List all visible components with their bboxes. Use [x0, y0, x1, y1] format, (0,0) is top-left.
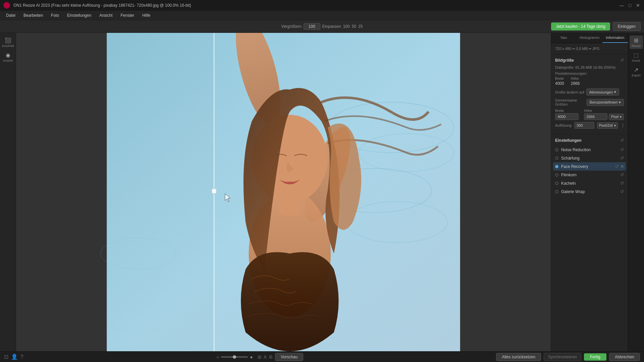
- galerie-wrap-reset[interactable]: ↺: [620, 189, 624, 194]
- breite-input-field[interactable]: [555, 113, 579, 120]
- filmkorn-reset[interactable]: ↺: [620, 172, 624, 177]
- bildgroesse-reset-button[interactable]: ↺: [620, 58, 624, 63]
- breite-input-label: Breite: [555, 109, 581, 113]
- gemeinsame-groessen-value: Benutzerdefiniert: [590, 100, 618, 104]
- setting-galerie-wrap[interactable]: Galerie Wrap ↺: [555, 187, 624, 196]
- face-recovery-reset[interactable]: ↺: [615, 164, 619, 169]
- gemeinsame-groessen-label: Gemeinsame Größen: [555, 98, 585, 106]
- resolution-row: Auflösung Pixel/Zoll ▾ ⋮: [555, 122, 624, 129]
- menu-datei[interactable]: Datei: [3, 12, 19, 19]
- tool-zuschnitt[interactable]: ⬛ Zuschnitt: [1, 36, 15, 49]
- setting-face-recovery[interactable]: Face Recovery ↺ ✕: [553, 162, 626, 171]
- abbrechen-button[interactable]: Abbrechen: [609, 353, 640, 361]
- photo-svg: [16, 33, 551, 351]
- schaerfung-indicator: [555, 157, 558, 160]
- aufloesung-unit-dropdown[interactable]: Pixel/Zoll ▾: [597, 122, 618, 129]
- window-title: ON1 Resize AI 2023 (Frau sehr kleine Auf…: [13, 3, 191, 8]
- adjust-icon[interactable]: ⚙: [269, 354, 273, 360]
- menu-bearbeiten[interactable]: Bearbeiten: [20, 12, 46, 19]
- tool-ansicht[interactable]: ◉ Ansicht: [1, 50, 15, 64]
- menu-einstellungen[interactable]: Einstellungen: [64, 12, 95, 19]
- zoom-label: Vergrößern: [281, 24, 302, 29]
- help-icon[interactable]: ?: [20, 354, 23, 360]
- tab-nav[interactable]: Nav: [551, 33, 577, 43]
- wh-inputs-row: Breite Höhe Pixel ▾: [555, 109, 624, 120]
- tab-information[interactable]: Information: [602, 33, 628, 43]
- schaerfung-left: Schärfung: [555, 156, 580, 161]
- zoom-slider[interactable]: [221, 356, 248, 358]
- breite-value: 4000: [555, 81, 564, 86]
- export-label: Export: [632, 74, 640, 77]
- image-info-text: 720 x 480 •• 0,0 MB •• JPG: [555, 47, 599, 51]
- zoom-out-icon[interactable]: ○: [216, 354, 219, 360]
- synchronisieren-button[interactable]: Synchronisieren: [544, 353, 581, 361]
- noise-reduction-reset[interactable]: ↺: [620, 147, 624, 152]
- breite-input-group: Breite: [555, 109, 581, 120]
- groesse-aendern-row: Größe ändern auf Abmessungen ▾: [555, 88, 624, 96]
- text-tool-icon[interactable]: A: [264, 354, 267, 360]
- groesse-aendern-dropdown[interactable]: Abmessungen ▾: [586, 88, 619, 96]
- menu-fenster[interactable]: Fenster: [117, 12, 138, 19]
- link-icon[interactable]: ⋮: [621, 123, 625, 128]
- aufloesung-label: Auflösung: [555, 123, 572, 127]
- alles-zuruecksetzen-button[interactable]: Alles zurücksetzen: [496, 353, 541, 361]
- face-recovery-left: Face Recovery: [555, 164, 588, 169]
- zoom-in-icon[interactable]: ●: [250, 354, 253, 360]
- menu-ansicht[interactable]: Ansicht: [96, 12, 116, 19]
- schaerfung-label: Schärfung: [561, 156, 580, 161]
- bildgroesse-header: Bildgröße ↺: [555, 58, 624, 63]
- einstellungen-title: Einstellungen: [555, 138, 582, 143]
- schaerfung-right: ↺: [620, 156, 624, 161]
- right-panel: Nav Histogramm Information 720 x 480 •• …: [551, 33, 628, 351]
- kacheln-reset[interactable]: ↺: [620, 181, 624, 186]
- menu-hilfe[interactable]: Hilfe: [139, 12, 154, 19]
- setting-schaerfung[interactable]: Schärfung ↺: [555, 154, 624, 162]
- fertig-button[interactable]: Fertig: [584, 353, 606, 361]
- svg-rect-14: [107, 33, 214, 351]
- maximize-button[interactable]: □: [627, 3, 633, 8]
- schaerfung-reset[interactable]: ↺: [620, 156, 624, 161]
- export-icon: ↗: [634, 67, 638, 73]
- export-button[interactable]: ↗ Export: [630, 65, 643, 78]
- login-button[interactable]: Einloggen: [613, 22, 641, 31]
- face-recovery-close-icon[interactable]: ✕: [621, 164, 624, 169]
- grid-view-icon[interactable]: ⊞: [258, 354, 262, 360]
- setting-noise-reduction[interactable]: Noise Reduction ↺: [555, 145, 624, 154]
- buy-button[interactable]: Jetzt kaufen · 14 Tage übrig: [551, 22, 610, 31]
- val1: 100: [343, 24, 350, 29]
- right-tabs: Nav Histogramm Information: [551, 33, 628, 43]
- resize-button[interactable]: ⊞ Resize: [630, 36, 643, 49]
- noise-reduction-left: Noise Reduction: [555, 147, 591, 152]
- setting-kacheln[interactable]: Kacheln ↺: [555, 179, 624, 187]
- face-recovery-indicator: [555, 165, 558, 168]
- gemeinsame-groessen-dropdown[interactable]: Benutzerdefiniert ▾: [587, 99, 624, 106]
- druck-label: Druck: [632, 59, 640, 62]
- kacheln-left: Kacheln: [555, 181, 576, 186]
- hoehe-label-static: Höhe: [571, 77, 580, 80]
- setting-filmkorn[interactable]: Filmkorn ↺: [555, 171, 624, 179]
- zoom-input[interactable]: [304, 23, 320, 30]
- menu-foto[interactable]: Foto: [48, 12, 62, 19]
- aufloesung-input[interactable]: [574, 122, 594, 129]
- breite-label-static: Breite: [555, 77, 564, 80]
- window-controls[interactable]: — □ ✕: [619, 3, 641, 8]
- preview-button[interactable]: Vorschau: [275, 353, 303, 361]
- canvas-area: [16, 33, 551, 351]
- fit-icon[interactable]: ⊡: [4, 354, 8, 360]
- ansicht-icon: ◉: [6, 52, 10, 58]
- hoehe-input-row: Pixel ▾: [584, 113, 624, 120]
- close-button[interactable]: ✕: [635, 3, 641, 8]
- hoehe-input-field[interactable]: [584, 113, 607, 120]
- groesse-aendern-label: Größe ändern auf: [555, 90, 584, 94]
- pixel-unit-dropdown[interactable]: Pixel ▾: [609, 114, 624, 120]
- far-right-panel: ⊞ Resize ⬚ Druck ↗ Export: [628, 33, 644, 351]
- tab-histogramm[interactable]: Histogramm: [577, 33, 602, 43]
- einstellungen-reset-button[interactable]: ↺: [620, 138, 624, 143]
- people-icon[interactable]: 👤: [11, 354, 18, 360]
- minimize-button[interactable]: —: [619, 3, 625, 8]
- druck-button[interactable]: ⬚ Druck: [630, 50, 643, 64]
- left-sidebar: ⬛ Zuschnitt ◉ Ansicht: [0, 33, 16, 351]
- filmkorn-left: Filmkorn: [555, 173, 577, 177]
- aufloesung-unit-arrow: ▾: [614, 124, 616, 127]
- kacheln-indicator: [555, 182, 558, 185]
